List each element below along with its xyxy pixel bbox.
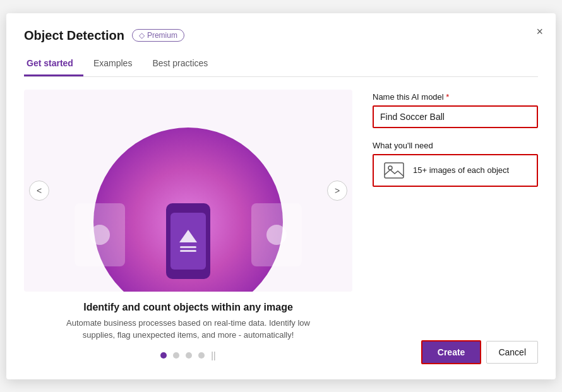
main-content: < > Identify and count objects within an…	[24, 90, 538, 360]
carousel-dot-2[interactable]	[173, 352, 179, 359]
cancel-button[interactable]: Cancel	[486, 341, 538, 364]
carousel-visual	[24, 90, 352, 292]
carousel-pause-button[interactable]: ||	[211, 350, 215, 360]
model-name-label: Name this AI model *	[373, 92, 538, 102]
svg-rect-0	[385, 163, 404, 178]
what-need-box: 15+ images of each object	[373, 154, 538, 187]
card-icon-right	[266, 225, 287, 245]
carousel-wrapper: < >	[24, 90, 352, 292]
tab-get-started[interactable]: Get started	[24, 53, 83, 76]
carousel-area: < > Identify and count objects within an…	[24, 90, 352, 360]
side-card-right	[251, 203, 302, 266]
tab-examples[interactable]: Examples	[91, 53, 142, 76]
what-need-field-group: What you'll need 15+ images of each obje…	[373, 141, 538, 187]
phone-body	[166, 203, 210, 279]
carousel-prev-button[interactable]: <	[29, 181, 49, 201]
carousel-dots: ||	[24, 350, 352, 360]
footer-buttons: Create Cancel	[421, 340, 538, 364]
dialog-header: Object Detection ◇ Premium ×	[24, 28, 538, 43]
model-name-input[interactable]	[373, 105, 538, 128]
image-icon	[383, 162, 405, 179]
side-card-left	[75, 203, 125, 266]
dialog-container: Object Detection ◇ Premium × Get started…	[6, 13, 556, 379]
carousel-dot-4[interactable]	[198, 352, 205, 359]
model-name-field-group: Name this AI model *	[373, 92, 538, 128]
dialog-title: Object Detection	[24, 28, 124, 43]
premium-label: Premium	[147, 31, 177, 40]
what-need-label: What you'll need	[373, 141, 538, 150]
carousel-caption: Identify and count objects within any im…	[24, 302, 352, 342]
premium-badge: ◇ Premium	[132, 29, 184, 42]
phone-illustration	[166, 203, 210, 279]
phone-screen	[170, 213, 206, 270]
what-need-text: 15+ images of each object	[413, 165, 509, 175]
tabs-bar: Get started Examples Best practices	[24, 53, 538, 77]
carousel-next-button[interactable]: >	[327, 181, 347, 201]
carousel-dot-3[interactable]	[186, 352, 192, 359]
card-icon-left	[90, 225, 110, 245]
right-panel: Name this AI model * What you'll need 15	[373, 90, 538, 360]
create-button[interactable]: Create	[421, 340, 482, 364]
caption-subtitle: Automate business processes based on rea…	[62, 317, 314, 342]
caption-title: Identify and count objects within any im…	[24, 302, 352, 313]
tab-best-practices[interactable]: Best practices	[150, 53, 218, 76]
carousel-dot-1[interactable]	[160, 352, 167, 359]
close-button[interactable]: ×	[536, 26, 543, 37]
diamond-icon: ◇	[139, 31, 145, 40]
